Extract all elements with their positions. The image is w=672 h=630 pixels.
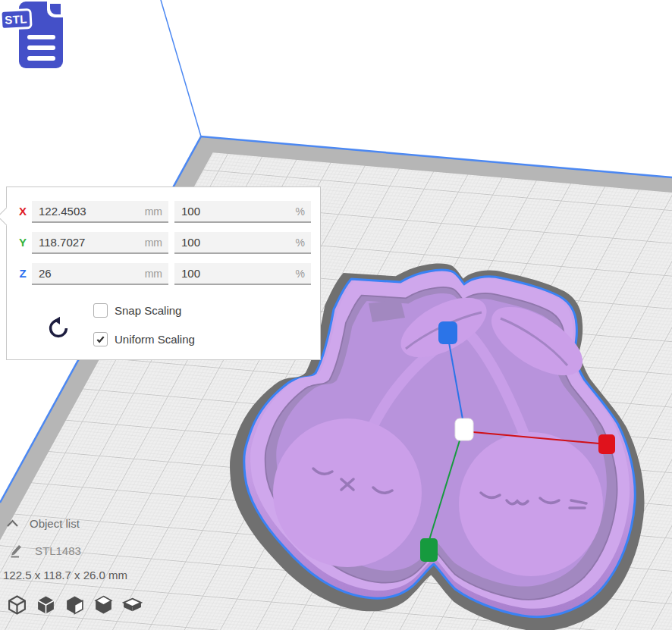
scale-z-mm-input[interactable]	[32, 267, 145, 280]
uniform-scaling-checkbox[interactable]	[93, 332, 108, 346]
pencil-icon	[9, 543, 24, 558]
scale-handle-x[interactable]	[598, 434, 615, 454]
cube-3d-icon	[7, 594, 27, 616]
view-3d-button[interactable]	[6, 594, 27, 617]
scale-tool-panel: X mm % Y mm % Z mm %	[6, 186, 321, 360]
scale-y-percent-field[interactable]: %	[174, 232, 311, 254]
view-right-button[interactable]	[121, 594, 143, 617]
camera-view-toolbar	[6, 594, 143, 617]
snap-scaling-row: Snap Scaling	[93, 302, 181, 318]
build-volume-back-edge	[161, 0, 201, 136]
scale-y-percent-input[interactable]	[174, 236, 296, 249]
percent-unit-label: %	[296, 268, 311, 280]
object-item-name: STL1483	[35, 544, 81, 557]
page-fold-icon	[47, 1, 64, 17]
scale-x-mm-field[interactable]: mm	[32, 201, 168, 223]
axis-y-label: Y	[14, 236, 31, 249]
cube-front-icon	[36, 594, 56, 616]
scale-z-percent-input[interactable]	[174, 267, 296, 280]
scale-row-x: X mm %	[7, 201, 320, 223]
object-dimensions: 122.5 x 118.7 x 26.0 mm	[3, 569, 127, 581]
scale-handle-y[interactable]	[420, 538, 438, 562]
stl-file-icon[interactable]: STL	[0, 0, 73, 76]
view-top-button[interactable]	[64, 594, 85, 617]
axis-z-label: Z	[14, 267, 31, 280]
chevron-up-icon	[6, 519, 19, 528]
uniform-scaling-label: Uniform Scaling	[115, 333, 195, 346]
object-list-item[interactable]: STL1483	[9, 543, 81, 558]
scale-handle-center[interactable]	[455, 418, 473, 440]
scale-x-mm-input[interactable]	[32, 205, 145, 218]
percent-unit-label: %	[296, 237, 311, 249]
scale-y-mm-field[interactable]: mm	[32, 232, 168, 254]
scale-row-z: Z mm %	[7, 263, 320, 285]
uniform-scaling-row: Uniform Scaling	[93, 331, 195, 346]
reset-scale-button[interactable]	[46, 316, 71, 340]
checkmark-icon	[96, 334, 105, 344]
view-left-button[interactable]	[93, 594, 114, 617]
object-list-title: Object list	[30, 517, 80, 530]
reset-arrow-icon	[46, 316, 71, 340]
scale-x-percent-field[interactable]: %	[174, 201, 311, 223]
scale-z-mm-field[interactable]: mm	[32, 263, 168, 285]
object-list-header[interactable]: Object list	[6, 517, 80, 530]
scale-handle-z[interactable]	[438, 321, 457, 344]
cube-right-icon	[122, 594, 143, 616]
scale-row-y: Y mm %	[7, 232, 320, 254]
scale-z-percent-field[interactable]: %	[174, 263, 311, 285]
axis-x-label: X	[14, 205, 31, 218]
view-front-button[interactable]	[35, 594, 56, 617]
snap-scaling-label: Snap Scaling	[115, 304, 181, 317]
mm-unit-label: mm	[145, 237, 168, 249]
cherry-body-right	[459, 432, 603, 576]
mm-unit-label: mm	[145, 205, 168, 218]
scale-y-mm-input[interactable]	[32, 236, 145, 249]
cherry-body-left	[273, 418, 422, 567]
cube-top-open-icon	[64, 594, 85, 616]
percent-unit-label: %	[296, 205, 311, 218]
mm-unit-label: mm	[145, 268, 168, 280]
scale-x-percent-input[interactable]	[174, 205, 296, 218]
stl-badge: STL	[0, 8, 33, 30]
cube-left-icon	[93, 594, 114, 616]
snap-scaling-checkbox[interactable]	[93, 303, 108, 318]
